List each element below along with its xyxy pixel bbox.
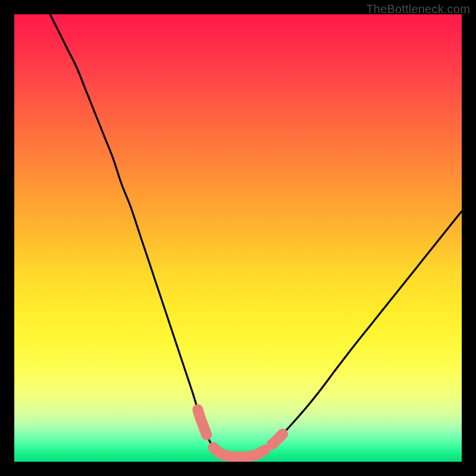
bottleneck-curve bbox=[50, 14, 462, 457]
marker-right-segment bbox=[271, 434, 283, 444]
plot-area bbox=[14, 14, 462, 462]
marker-floor-segment bbox=[214, 447, 265, 457]
marker-left-segment bbox=[198, 409, 206, 435]
chart-frame: TheBottleneck.com bbox=[0, 0, 476, 476]
curve-layer bbox=[14, 14, 462, 462]
